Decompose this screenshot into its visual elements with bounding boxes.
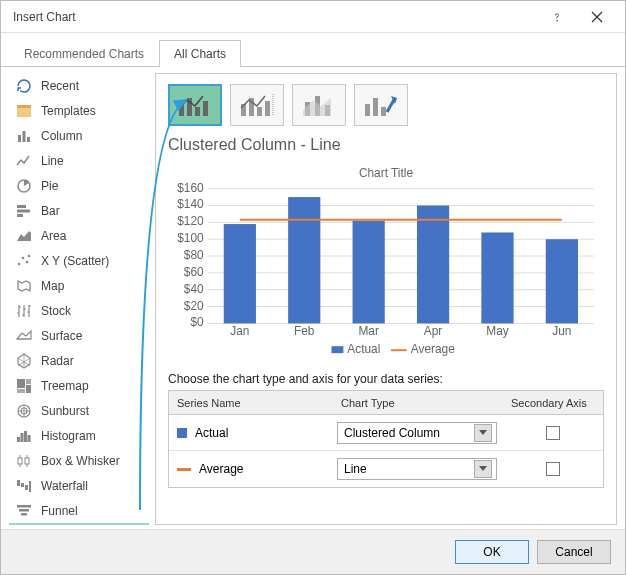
svg-rect-28 [19, 509, 29, 512]
svg-text:$0: $0 [190, 315, 204, 329]
svg-rect-21 [18, 458, 22, 464]
svg-text:Average: Average [411, 342, 455, 356]
svg-rect-44 [365, 104, 370, 116]
svg-rect-45 [373, 98, 378, 116]
chart-preview[interactable]: Chart Title$0$20$40$60$80$100$120$140$16… [168, 162, 604, 362]
svg-text:Jan: Jan [230, 324, 249, 338]
series-swatch-actual [177, 428, 187, 438]
svg-rect-35 [195, 107, 200, 116]
svg-text:Feb: Feb [294, 324, 315, 338]
sidebar-label: Surface [41, 329, 82, 343]
series-table-header: Series Name Chart Type Secondary Axis [169, 391, 603, 415]
sidebar-label: Radar [41, 354, 74, 368]
sidebar-label: Pie [41, 179, 58, 193]
series-row-average: Average Line [169, 451, 603, 487]
subtype-heading: Clustered Column - Line [168, 136, 604, 154]
svg-point-8 [22, 256, 25, 259]
sidebar-label: Sunburst [41, 404, 89, 418]
svg-text:Chart Title: Chart Title [359, 166, 414, 180]
titlebar: Insert Chart [1, 1, 625, 33]
recent-icon [15, 77, 33, 95]
header-series-name: Series Name [169, 397, 333, 409]
sidebar-item-map[interactable]: Map [9, 273, 149, 298]
svg-text:Mar: Mar [358, 324, 378, 338]
ok-button[interactable]: OK [455, 540, 529, 564]
svg-rect-25 [25, 485, 28, 490]
column-icon [15, 127, 33, 145]
svg-rect-12 [26, 379, 31, 384]
templates-icon [15, 102, 33, 120]
stock-icon [15, 302, 33, 320]
sidebar-item-recent[interactable]: Recent [9, 73, 149, 98]
sidebar-item-line[interactable]: Line [9, 148, 149, 173]
cancel-button[interactable]: Cancel [537, 540, 611, 564]
sidebar-item-boxwhisker[interactable]: Box & Whisker [9, 448, 149, 473]
sidebar-item-pie[interactable]: Pie [9, 173, 149, 198]
tab-recommended[interactable]: Recommended Charts [9, 40, 159, 67]
histogram-icon [15, 427, 33, 445]
sidebar-item-stock[interactable]: Stock [9, 298, 149, 323]
svg-text:$100: $100 [177, 231, 204, 245]
sidebar-item-treemap[interactable]: Treemap [9, 373, 149, 398]
svg-rect-71 [546, 239, 578, 323]
svg-rect-19 [24, 431, 27, 442]
sidebar-label: Histogram [41, 429, 96, 443]
tab-all-charts[interactable]: All Charts [159, 40, 241, 67]
chart-type-select-actual[interactable]: Clustered Column [337, 422, 497, 444]
subtype-clustered-column-line-secondary[interactable] [230, 84, 284, 126]
secondary-axis-checkbox-actual[interactable] [546, 426, 560, 440]
header-chart-type: Chart Type [333, 397, 503, 409]
dialog-body: Recent Templates Column Line Pie Bar Are… [1, 67, 625, 529]
sidebar-label: Column [41, 129, 82, 143]
sidebar-label: Map [41, 279, 64, 293]
svg-rect-22 [25, 458, 29, 464]
chart-type-select-average[interactable]: Line [337, 458, 497, 480]
svg-point-10 [28, 254, 31, 257]
svg-text:$140: $140 [177, 197, 204, 211]
series-name-average: Average [199, 462, 243, 476]
sidebar-item-waterfall[interactable]: Waterfall [9, 473, 149, 498]
sidebar-item-surface[interactable]: Surface [9, 323, 149, 348]
help-button[interactable] [537, 2, 577, 32]
sidebar-item-templates[interactable]: Templates [9, 98, 149, 123]
sidebar-item-column[interactable]: Column [9, 123, 149, 148]
sidebar-item-scatter[interactable]: X Y (Scatter) [9, 248, 149, 273]
subtype-custom-combo[interactable] [354, 84, 408, 126]
sidebar-item-area[interactable]: Area [9, 223, 149, 248]
waterfall-icon [15, 477, 33, 495]
svg-rect-1 [23, 131, 26, 142]
svg-rect-23 [17, 480, 20, 486]
insert-chart-dialog: Insert Chart Recommended Charts All Char… [0, 0, 626, 575]
funnel-icon [15, 502, 33, 520]
svg-rect-17 [17, 437, 20, 442]
chart-type-value-average: Line [344, 462, 367, 476]
sidebar-item-combo[interactable]: Combo [9, 523, 149, 525]
subtype-stacked-area-column[interactable] [292, 84, 346, 126]
svg-rect-14 [17, 389, 25, 393]
svg-text:$160: $160 [177, 181, 204, 195]
sunburst-icon [15, 402, 33, 420]
svg-rect-2 [27, 137, 30, 142]
svg-point-9 [26, 260, 29, 263]
dropdown-icon [474, 460, 492, 478]
svg-rect-4 [17, 205, 26, 208]
svg-rect-24 [21, 483, 24, 487]
sidebar-item-sunburst[interactable]: Sunburst [9, 398, 149, 423]
svg-rect-66 [224, 224, 256, 323]
sidebar-item-radar[interactable]: Radar [9, 348, 149, 373]
sidebar-item-histogram[interactable]: Histogram [9, 423, 149, 448]
treemap-icon [15, 377, 33, 395]
svg-text:$60: $60 [184, 265, 204, 279]
secondary-axis-checkbox-average[interactable] [546, 462, 560, 476]
series-row-actual: Actual Clustered Column [169, 415, 603, 451]
subtype-clustered-column-line[interactable] [168, 84, 222, 126]
svg-point-7 [18, 262, 21, 265]
series-choose-label: Choose the chart type and axis for your … [168, 372, 604, 386]
sidebar-item-funnel[interactable]: Funnel [9, 498, 149, 523]
svg-rect-67 [288, 197, 320, 323]
subtype-row [168, 84, 604, 126]
box-whisker-icon [15, 452, 33, 470]
sidebar-item-bar[interactable]: Bar [9, 198, 149, 223]
close-button[interactable] [577, 2, 617, 32]
svg-text:$120: $120 [177, 214, 204, 228]
